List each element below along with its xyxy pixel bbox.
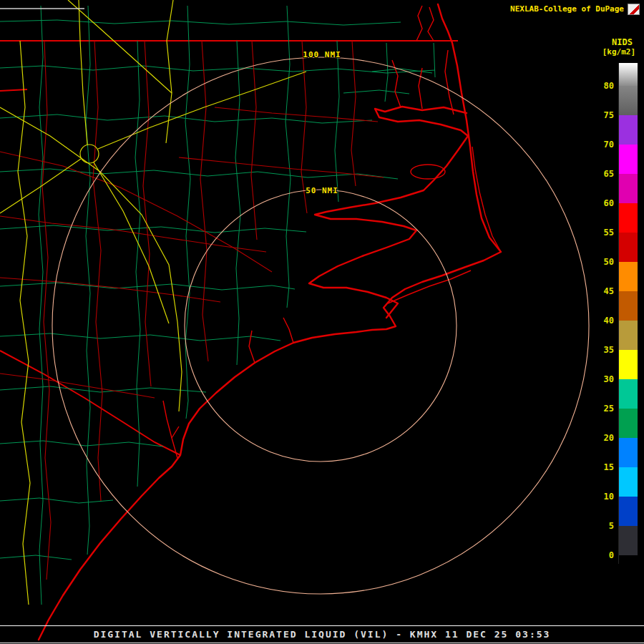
footer-divider-bottom <box>0 643 644 643</box>
colorbar-tick-label: 50 <box>604 257 614 267</box>
colorbar-tick-label: 80 <box>604 81 614 91</box>
colorbar-tick-label: 25 <box>604 404 614 414</box>
colorbar-segment-70-65 <box>619 145 638 174</box>
colorbar-tick-label: 5 <box>609 521 614 531</box>
footer-divider-top <box>0 625 644 626</box>
brand-text: NEXLAB-College of DuPage <box>510 4 624 14</box>
scale-title: NIDS <box>612 37 633 47</box>
colorbar-tick-label: 15 <box>604 462 614 472</box>
colorbar-segment-10-5 <box>619 497 638 526</box>
range-rings <box>52 57 589 594</box>
colorbar-segment-top-cap <box>619 63 638 86</box>
range-ring-100nmi <box>52 57 589 594</box>
colorbar-segment-45-40 <box>619 291 638 321</box>
product-title: DIGITAL VERTICALLY INTEGRATED LIQUID (VI… <box>0 629 644 640</box>
radar-display: 100 NMI 50 NMI NEXLAB-College of DuPage … <box>0 0 644 644</box>
colorbar-segments <box>618 63 638 564</box>
colorbar-tick-label: 75 <box>604 110 614 120</box>
colorbar-tick-label: 30 <box>604 374 614 384</box>
colorbar-segment-40-35 <box>619 321 638 350</box>
colorbar-segment-30-25 <box>619 379 638 409</box>
colorbar-tick-label: 60 <box>604 198 614 208</box>
border-stub <box>0 89 27 91</box>
state-border-lines <box>0 41 458 455</box>
colorbar-segment-25-20 <box>619 409 638 438</box>
outer-banks-coast <box>39 4 501 640</box>
colorbar-tick-label: 45 <box>604 286 614 296</box>
colorbar-segment-65-60 <box>619 174 638 203</box>
albemarle-sound <box>375 107 468 136</box>
colorbar-tick-label: 20 <box>604 433 614 443</box>
cod-logo-icon <box>628 4 640 15</box>
county-lines <box>0 6 435 605</box>
highways-red <box>0 41 384 580</box>
radar-map <box>0 0 644 644</box>
coastline <box>39 4 501 640</box>
lake-mattamuskeet <box>411 165 445 179</box>
colorbar-tick-label: 70 <box>604 140 614 150</box>
pamlico-neuse-shores <box>309 136 468 318</box>
colorbar-tick-label: 35 <box>604 345 614 355</box>
range-ring-label-50nmi: 50 NMI <box>306 186 338 195</box>
colorbar-segment-50-45 <box>619 262 638 291</box>
colorbar-tick-label: 65 <box>604 169 614 179</box>
colorbar-tick-label: 55 <box>604 228 614 238</box>
colorbar-segment-35-30 <box>619 350 638 379</box>
colorbar-segment-60-55 <box>619 203 638 233</box>
colorbar-segment-75-70 <box>619 115 638 145</box>
scale-units: [kg/m2] <box>602 47 635 57</box>
colorbar-ticks: 80757065605550454035302520151050 <box>588 81 614 560</box>
colorbar-tick-label: 40 <box>604 316 614 326</box>
colorbar-segment-55-50 <box>619 233 638 262</box>
colorbar-segment-5-0 <box>619 526 638 555</box>
colorbar-segment-20-15 <box>619 438 638 467</box>
colorbar-segment-15-10 <box>619 467 638 497</box>
colorbar-segment-base <box>619 555 638 564</box>
colorbar-tick-label: 10 <box>604 492 614 502</box>
colorbar-tick-label: 0 <box>609 550 614 560</box>
beltline-loop <box>80 145 99 163</box>
range-ring-label-100nmi: 100 NMI <box>303 50 341 59</box>
colorbar-segment-80-75 <box>619 86 638 115</box>
shoreline-details <box>163 6 501 458</box>
